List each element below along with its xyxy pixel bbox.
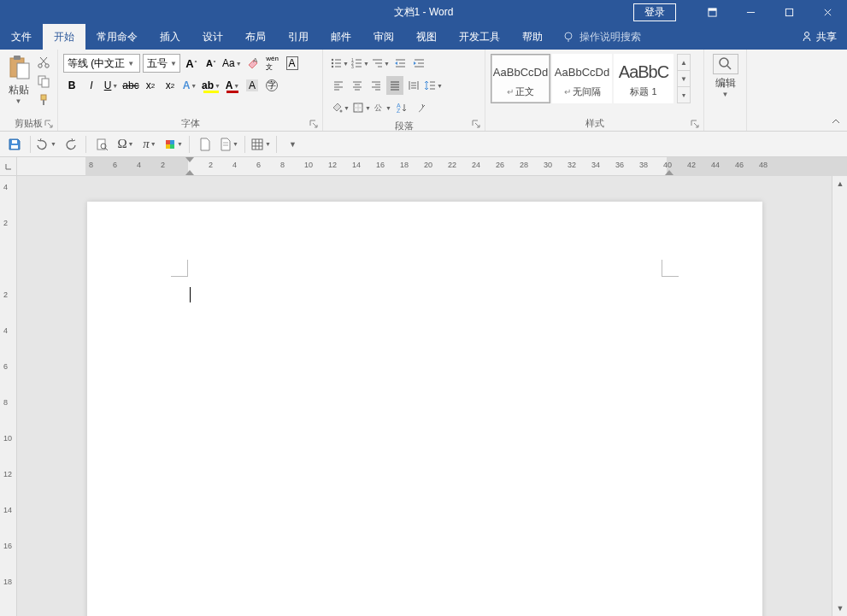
expand-icon[interactable]: ▾: [678, 86, 690, 103]
horizontal-ruler[interactable]: 8642246810121416182022242628303234363840…: [85, 157, 832, 175]
table-button[interactable]: ▼: [250, 134, 272, 155]
svg-line-79: [105, 148, 108, 150]
clipboard-launcher[interactable]: [44, 119, 55, 129]
font-name-combo[interactable]: 等线 (中文正▼: [63, 54, 140, 73]
bullets-button[interactable]: ▼: [330, 54, 349, 73]
borders-button[interactable]: ▼: [352, 98, 371, 117]
align-justify-button[interactable]: [386, 76, 403, 95]
line-spacing-button[interactable]: ▼: [424, 76, 443, 95]
font-launcher[interactable]: [309, 119, 320, 129]
maximize-icon[interactable]: [770, 0, 809, 24]
style-heading1[interactable]: AaBbC 标题 1: [614, 54, 673, 103]
distribute-button[interactable]: [405, 76, 422, 95]
style-nospacing[interactable]: AaBbCcDd ↵无间隔: [552, 54, 612, 103]
tab-home[interactable]: 开始: [43, 24, 85, 50]
scroll-down-icon[interactable]: ▼: [678, 70, 690, 86]
shading-button[interactable]: ▼: [330, 98, 350, 117]
styles-launcher[interactable]: [691, 119, 701, 129]
page-setup-button[interactable]: ▼: [218, 134, 240, 155]
align-center-button[interactable]: [349, 76, 366, 95]
increase-indent-button[interactable]: [410, 54, 427, 73]
paragraph-group-label: 段落: [326, 119, 481, 132]
vertical-scrollbar[interactable]: ▲ ▼: [832, 176, 847, 616]
collapse-ribbon-button[interactable]: [828, 115, 844, 127]
italic-button[interactable]: I: [83, 76, 100, 95]
phonetic-guide-button[interactable]: wén文: [264, 54, 281, 73]
snap-button[interactable]: 公▼: [373, 98, 391, 117]
font-size-combo[interactable]: 五号▼: [143, 54, 180, 73]
multilevel-button[interactable]: ▼: [371, 54, 390, 73]
color-button[interactable]: ▼: [162, 134, 185, 155]
tab-file[interactable]: 文件: [0, 24, 43, 50]
tell-me[interactable]: 操作说明搜索: [554, 30, 650, 44]
redo-button[interactable]: [59, 134, 81, 155]
paste-label: 粘贴: [9, 83, 29, 97]
tab-review[interactable]: 审阅: [362, 24, 405, 50]
document-canvas[interactable]: [17, 176, 832, 616]
sort-button[interactable]: AZ: [393, 98, 410, 117]
align-left-button[interactable]: [330, 76, 347, 95]
highlight-button[interactable]: ab▼: [201, 76, 221, 95]
tab-common[interactable]: 常用命令: [85, 24, 149, 50]
strike-button[interactable]: abc: [122, 76, 139, 95]
svg-text:1: 1: [351, 57, 354, 62]
text-effects-button[interactable]: A▼: [181, 76, 198, 95]
shrink-font-button[interactable]: A˅: [203, 54, 220, 73]
find-button[interactable]: 编辑 ▼: [708, 52, 743, 100]
styles-more[interactable]: ▲ ▼ ▾: [677, 54, 691, 103]
change-case-button[interactable]: Aa▼: [222, 54, 242, 73]
copy-icon: [37, 74, 50, 88]
align-right-icon: [370, 79, 382, 91]
tab-references[interactable]: 引用: [277, 24, 320, 50]
paragraph-launcher[interactable]: [472, 119, 482, 129]
enclose-char-button[interactable]: 字: [263, 76, 280, 95]
margin-marker-tr: [662, 260, 679, 277]
numbering-button[interactable]: 123▼: [350, 54, 369, 73]
login-button[interactable]: 登录: [633, 3, 676, 21]
tab-layout[interactable]: 布局: [234, 24, 277, 50]
equation-button[interactable]: π▼: [138, 134, 161, 155]
share-button[interactable]: 共享: [801, 30, 837, 44]
format-painter-button[interactable]: [35, 91, 52, 109]
symbol-button[interactable]: Ω▼: [115, 134, 137, 155]
align-right-button[interactable]: [368, 76, 385, 95]
subscript-button[interactable]: x2: [142, 76, 159, 95]
tab-insert[interactable]: 插入: [149, 24, 191, 50]
tab-help[interactable]: 帮助: [511, 24, 554, 50]
save-button[interactable]: [3, 134, 26, 155]
scroll-down-button[interactable]: ▼: [832, 601, 847, 616]
scroll-up-icon[interactable]: ▲: [678, 55, 690, 70]
svg-text:3: 3: [351, 64, 354, 69]
print-preview-button[interactable]: [91, 134, 113, 155]
copy-button[interactable]: [35, 73, 52, 90]
decrease-indent-button[interactable]: [391, 54, 409, 73]
vertical-ruler[interactable]: 4224681012141618: [0, 176, 17, 616]
superscript-button[interactable]: x2: [162, 76, 179, 95]
minimize-icon[interactable]: [732, 0, 770, 24]
new-page-button[interactable]: [194, 134, 216, 155]
tab-selector[interactable]: [0, 157, 17, 176]
font-color-button[interactable]: A▼: [224, 76, 241, 95]
styles-gallery[interactable]: AaBbCcDd ↵正文 AaBbCcDd ↵无间隔 AaBbC 标题 1 ▲ …: [489, 52, 692, 105]
paste-button[interactable]: 粘贴 ▼: [3, 52, 33, 107]
undo-button[interactable]: ▼: [35, 134, 57, 155]
page: [87, 202, 762, 616]
char-shading-button[interactable]: A: [244, 76, 261, 95]
cut-button[interactable]: [35, 54, 52, 71]
svg-text:A: A: [397, 103, 401, 109]
tab-view[interactable]: 视图: [405, 24, 448, 50]
qat-customize-button[interactable]: ▼: [281, 134, 303, 155]
tab-dev[interactable]: 开发工具: [448, 24, 511, 50]
clear-format-button[interactable]: A: [244, 54, 262, 73]
show-marks-button[interactable]: [412, 98, 429, 117]
grow-font-button[interactable]: A˄: [183, 54, 200, 73]
bold-button[interactable]: B: [63, 76, 80, 95]
tab-mail[interactable]: 邮件: [320, 24, 362, 50]
tab-design[interactable]: 设计: [191, 24, 234, 50]
close-icon[interactable]: [809, 0, 847, 24]
underline-button[interactable]: U▼: [103, 76, 120, 95]
char-border-button[interactable]: A: [284, 54, 301, 73]
scroll-up-button[interactable]: ▲: [832, 176, 847, 191]
ribbon-options-icon[interactable]: [693, 0, 732, 24]
style-normal[interactable]: AaBbCcDd ↵正文: [491, 54, 550, 103]
